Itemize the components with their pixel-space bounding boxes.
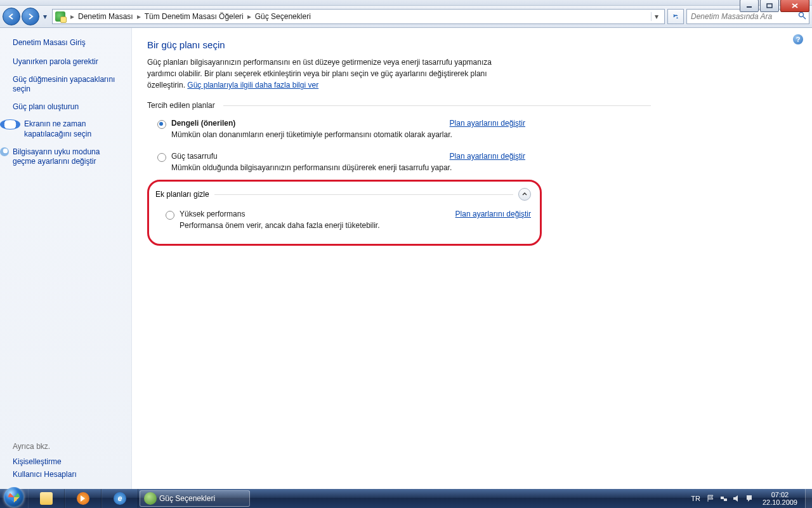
content-pane: ? Bir güç planı seçin Güç planları bilgi… bbox=[132, 28, 812, 490]
plan-balanced-radio[interactable] bbox=[157, 120, 166, 129]
intro-text: Güç planları bilgisayarınızın performans… bbox=[147, 57, 515, 91]
svg-rect-1 bbox=[767, 4, 772, 8]
refresh-button[interactable] bbox=[667, 9, 684, 24]
plan-high-performance-name: Yüksek performans bbox=[180, 210, 245, 218]
window-titlebar bbox=[0, 0, 812, 6]
divider bbox=[214, 194, 513, 195]
see-also-personalization[interactable]: Kişiselleştirme bbox=[13, 457, 124, 466]
breadcrumb-separator-icon: ▸ bbox=[137, 12, 141, 21]
breadcrumb-separator-icon: ▸ bbox=[247, 12, 251, 21]
sidebar-task-power-button-action[interactable]: Güç düğmesinin yapacaklarını seçin bbox=[13, 75, 124, 95]
see-also-user-accounts[interactable]: Kullanıcı Hesapları bbox=[13, 470, 124, 479]
sidebar-home-link[interactable]: Denetim Masası Giriş bbox=[13, 38, 124, 47]
plan-balanced-desc: Mümkün olan donanımların enerji tüketimi… bbox=[171, 130, 525, 139]
sidebar-task-display-off[interactable]: Ekranın ne zaman kapatılacağını seçin bbox=[13, 119, 124, 139]
address-bar[interactable]: ▸ Denetim Masası ▸ Tüm Denetim Masası Öğ… bbox=[52, 9, 665, 24]
plan-balanced-name: Dengeli (önerilen) bbox=[171, 119, 235, 128]
plan-power-saver-change-link[interactable]: Plan ayarlarını değiştir bbox=[450, 152, 525, 161]
taskbar-task-power-options[interactable]: Güç Seçenekleri bbox=[140, 490, 250, 507]
plan-high-performance-change-link[interactable]: Plan ayarlarını değiştir bbox=[455, 210, 531, 218]
folder-icon bbox=[40, 492, 53, 505]
plan-high-performance-radio[interactable] bbox=[166, 211, 174, 220]
power-options-icon bbox=[144, 492, 157, 505]
flag-icon[interactable] bbox=[707, 494, 716, 503]
svg-line-3 bbox=[803, 17, 806, 19]
svg-rect-5 bbox=[724, 498, 727, 501]
sidebar: Denetim Masası Giriş Uyanırken parola ge… bbox=[0, 28, 132, 490]
search-icon[interactable] bbox=[798, 11, 806, 22]
plan-high-performance: Yüksek performans Plan ayarlarını değişt… bbox=[155, 207, 531, 232]
address-dropdown-icon[interactable]: ▾ bbox=[651, 12, 662, 21]
additional-plans-section: Ek planları gizle Yüksek performans Plan… bbox=[147, 180, 542, 246]
plan-balanced: Dengeli (önerilen) Plan ayarlarını değiş… bbox=[147, 116, 525, 142]
language-indicator[interactable]: TR bbox=[691, 495, 700, 502]
page-title: Bir güç planı seçin bbox=[147, 39, 797, 50]
help-button[interactable]: ? bbox=[793, 34, 803, 44]
plan-power-saver-desc: Mümkün olduğunda bilgisayarınızın perfor… bbox=[171, 163, 525, 172]
sidebar-task-sleep-settings[interactable]: Bilgisayarın uyku moduna geçme ayarların… bbox=[13, 147, 124, 167]
taskbar-pinned-ie[interactable] bbox=[102, 489, 138, 508]
search-input[interactable] bbox=[690, 11, 798, 22]
breadcrumb-control-panel[interactable]: Denetim Masası bbox=[77, 12, 134, 21]
plan-power-saver-radio[interactable] bbox=[157, 153, 166, 162]
sidebar-task-create-plan[interactable]: Güç planı oluşturun bbox=[13, 102, 124, 112]
svg-rect-4 bbox=[721, 497, 724, 499]
taskbar-task-label: Güç Seçenekleri bbox=[159, 494, 215, 503]
system-tray: TR 07:02 22.10.2009 bbox=[688, 489, 805, 508]
ie-icon bbox=[114, 492, 126, 505]
collapse-additional-plans-button[interactable] bbox=[518, 188, 531, 201]
nav-forward-button[interactable] bbox=[22, 8, 39, 25]
breadcrumb-power-options[interactable]: Güç Seçenekleri bbox=[254, 12, 312, 21]
window-close-button[interactable] bbox=[780, 0, 809, 12]
taskbar-clock[interactable]: 07:02 22.10.2009 bbox=[757, 491, 802, 506]
breadcrumb-separator-icon: ▸ bbox=[70, 12, 74, 21]
plan-high-performance-desc: Performansa önem verir, ancak daha fazla… bbox=[180, 221, 531, 230]
moon-icon bbox=[0, 147, 9, 156]
additional-plans-label: Ek planları gizle bbox=[155, 190, 209, 199]
plan-power-saver-name: Güç tasarrufu bbox=[171, 152, 218, 161]
media-player-icon bbox=[77, 492, 89, 505]
clock-date: 22.10.2009 bbox=[763, 498, 797, 506]
control-panel-icon bbox=[55, 11, 65, 22]
svg-point-2 bbox=[799, 13, 804, 17]
network-icon[interactable] bbox=[719, 494, 728, 503]
show-desktop-button[interactable] bbox=[805, 489, 812, 508]
nav-back-button[interactable] bbox=[3, 8, 20, 25]
sidebar-task-require-password[interactable]: Uyanırken parola gerektir bbox=[13, 57, 124, 67]
see-also-header: Ayrıca bkz. bbox=[13, 442, 124, 451]
window-maximize-button[interactable] bbox=[760, 0, 779, 12]
taskbar-pinned-explorer[interactable] bbox=[28, 489, 65, 508]
svg-rect-0 bbox=[747, 6, 752, 8]
more-info-link[interactable]: Güç planlarıyla ilgili daha fazla bilgi … bbox=[187, 81, 318, 90]
taskbar-pinned-media-player[interactable] bbox=[65, 489, 102, 508]
action-center-icon[interactable] bbox=[745, 494, 754, 503]
windows-orb-icon bbox=[4, 487, 24, 507]
start-button[interactable] bbox=[0, 489, 28, 508]
clock-time: 07:02 bbox=[763, 491, 797, 498]
preferred-plans-label: Tercih edilen planlar bbox=[147, 101, 797, 110]
volume-icon[interactable] bbox=[732, 494, 741, 503]
breadcrumb-all-items[interactable]: Tüm Denetim Masası Öğeleri bbox=[143, 12, 245, 21]
nav-history-dropdown[interactable]: ▾ bbox=[41, 10, 49, 23]
plan-power-saver: Güç tasarrufu Plan ayarlarını değiştir M… bbox=[147, 149, 525, 175]
navigation-toolbar: ▾ ▸ Denetim Masası ▸ Tüm Denetim Masası … bbox=[0, 6, 812, 28]
plan-balanced-change-link[interactable]: Plan ayarlarını değiştir bbox=[450, 119, 525, 128]
clock-icon bbox=[0, 119, 20, 130]
window-minimize-button[interactable] bbox=[740, 0, 759, 12]
taskbar: Güç Seçenekleri TR 07:02 22.10.2009 bbox=[0, 489, 812, 508]
